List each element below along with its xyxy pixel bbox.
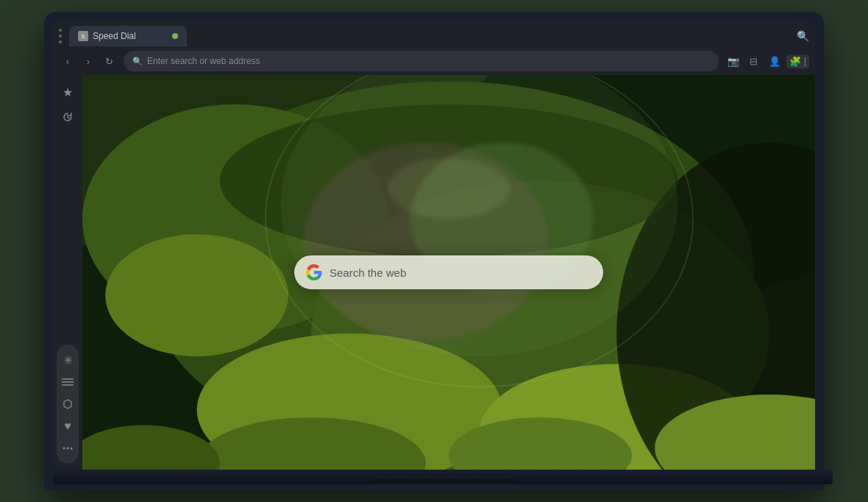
camera-button[interactable]: 📷 <box>725 52 742 70</box>
feeds-button[interactable] <box>57 371 79 393</box>
account-button[interactable]: 👤 <box>766 52 783 70</box>
laptop-bottom-bar <box>53 470 833 484</box>
pinned-button[interactable]: ✳ <box>57 349 79 371</box>
address-bar[interactable]: 🔍 Enter search or web address <box>124 51 719 71</box>
address-text: Enter search or web address <box>147 56 710 66</box>
search-bar[interactable]: Search the web <box>294 255 603 289</box>
browser-chrome: S Speed Dial 🔍 ‹ › ↻ 🔍 Enter search or w… <box>53 21 815 75</box>
extension-icon: 🧩 <box>789 56 801 67</box>
extensions-button[interactable]: 🧩 | <box>786 54 809 68</box>
laptop-outer: S Speed Dial 🔍 ‹ › ↻ 🔍 Enter search or w… <box>44 12 824 490</box>
background-scene: Search the web <box>82 75 815 470</box>
search-icon: 🔍 <box>132 57 143 66</box>
nav-bar: ‹ › ↻ 🔍 Enter search or web address 📷 ⊟ … <box>53 47 815 75</box>
reload-button[interactable]: ↻ <box>100 52 118 70</box>
svg-point-4 <box>67 448 69 450</box>
laptop-notch <box>369 478 516 484</box>
laptop-container: S Speed Dial 🔍 ‹ › ↻ 🔍 Enter search or w… <box>44 12 824 490</box>
tab-favicon: S <box>78 31 88 41</box>
window-controls <box>59 29 62 43</box>
extensions-divider: | <box>804 56 806 66</box>
search-overlay: Search the web <box>294 255 603 289</box>
sidebar-top: ★ <box>57 81 79 128</box>
google-logo <box>306 264 322 280</box>
forward-button[interactable]: › <box>79 52 97 70</box>
tab-bar: S Speed Dial 🔍 <box>53 21 815 47</box>
tab-title: Speed Dial <box>93 31 168 41</box>
browser-window: S Speed Dial 🔍 ‹ › ↻ 🔍 Enter search or w… <box>53 21 815 470</box>
split-view-button[interactable]: ⊟ <box>745 52 763 70</box>
browser-content: ★ ✳ <box>53 75 815 470</box>
tab-status-indicator <box>172 33 178 39</box>
svg-point-3 <box>63 448 65 450</box>
sidebar: ★ ✳ <box>53 75 82 470</box>
dot-1 <box>59 29 62 32</box>
bookmarks-button[interactable]: ★ <box>57 81 79 103</box>
svg-point-14 <box>105 234 288 356</box>
svg-point-5 <box>71 448 73 450</box>
more-button[interactable] <box>57 437 79 459</box>
back-button[interactable]: ‹ <box>59 52 77 70</box>
sidebar-middle: ✳ ♥ <box>57 344 79 464</box>
main-content: Search the web <box>82 75 815 470</box>
dot-3 <box>59 40 62 43</box>
history-button[interactable] <box>57 106 79 128</box>
wallet-button[interactable] <box>57 393 79 415</box>
favorites-button[interactable]: ♥ <box>57 415 79 437</box>
search-placeholder: Search the web <box>330 266 591 279</box>
search-button-top[interactable]: 🔍 <box>797 30 809 42</box>
active-tab[interactable]: S Speed Dial <box>69 26 187 46</box>
svg-point-25 <box>388 158 510 219</box>
dot-2 <box>59 35 62 38</box>
